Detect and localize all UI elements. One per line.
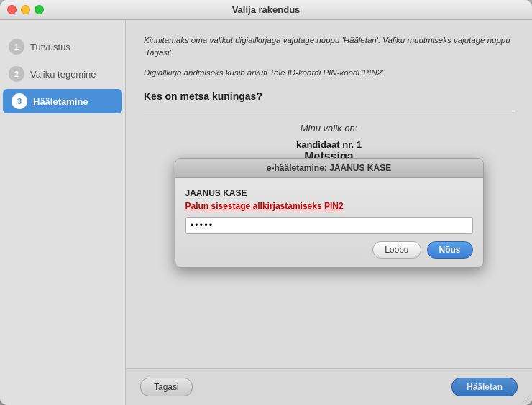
titlebar: Valija rakendus — [0, 0, 532, 20]
modal-buttons: Loobu Nõus — [185, 241, 473, 259]
sidebar-label-tutvustus: Tutvustus — [30, 42, 70, 52]
maximize-button[interactable] — [35, 5, 44, 14]
sidebar-item-tutvustus[interactable]: 1 Tutvustus — [0, 34, 125, 59]
modal-overlay: e-hääletamine: JAANUS KASE JAANUS KASE P… — [126, 20, 532, 405]
modal-user-name: JAANUS KASE — [185, 188, 473, 198]
close-button[interactable] — [7, 5, 17, 14]
modal-instruction: Palun sisestage allkirjastamiseks PIN2 — [185, 201, 473, 211]
modal-title: e-hääletamine: JAANUS KASE — [267, 163, 391, 173]
window-title: Valija rakendus — [232, 4, 301, 15]
ok-button[interactable]: Nõus — [427, 241, 473, 259]
step-1-circle: 1 — [9, 39, 24, 55]
modal-titlebar: e-hääletamine: JAANUS KASE — [175, 159, 483, 178]
step-2-circle: 2 — [9, 66, 24, 82]
cancel-button[interactable]: Loobu — [372, 241, 421, 259]
modal-instruction-end: PIN2 — [322, 201, 344, 211]
pin-input[interactable] — [185, 217, 473, 234]
sidebar-item-valiku-tegemine[interactable]: 2 Valiku tegemine — [0, 62, 125, 86]
main-content: 1 Tutvustus 2 Valiku tegemine 3 Hääletam… — [0, 20, 532, 405]
step-3-circle: 3 — [12, 93, 27, 109]
modal-body: JAANUS KASE Palun sisestage allkirjastam… — [175, 178, 483, 267]
sidebar-label-valiku-tegemine: Valiku tegemine — [30, 69, 96, 80]
main-window: Valija rakendus 1 Tutvustus 2 Valiku teg… — [0, 0, 532, 405]
sidebar-item-hääletamine[interactable]: 3 Hääletamine — [3, 89, 122, 113]
traffic-lights — [7, 5, 44, 14]
pin-modal: e-hääletamine: JAANUS KASE JAANUS KASE P… — [175, 158, 484, 268]
content-area: Kinnitamaks oma valikut digiallkirjaga v… — [126, 20, 532, 405]
modal-instruction-plain: Palun sisestage — [185, 201, 253, 211]
minimize-button[interactable] — [21, 5, 30, 14]
sidebar: 1 Tutvustus 2 Valiku tegemine 3 Hääletam… — [0, 20, 126, 405]
modal-instruction-bold: allkirjastamiseks — [253, 201, 322, 211]
sidebar-label-hääletamine: Hääletamine — [33, 96, 88, 107]
